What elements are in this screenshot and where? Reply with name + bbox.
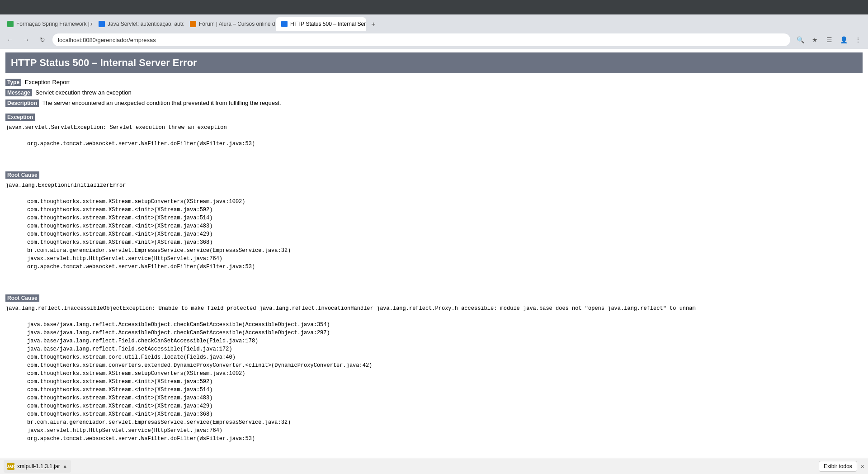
description-label: Description [5, 100, 39, 107]
exception-section: Exception javax.servlet.ServletException… [5, 110, 863, 164]
page-title-bar: HTTP Status 500 – Internal Server Error [5, 52, 863, 73]
back-button[interactable]: ← [4, 33, 16, 46]
address-bar: ← → ↻ 🔍 ★ ☰ 👤 ⋮ [0, 31, 868, 49]
message-section: Message Servlet execution threw an excep… [5, 89, 863, 96]
description-value: The server encountered an unexpected con… [42, 100, 281, 106]
page-title: HTTP Status 500 – Internal Server Error [11, 57, 197, 68]
page-content: HTTP Status 500 – Internal Server Error … [0, 49, 868, 458]
tab-1[interactable]: Formação Spring Framework | A... ✕ [2, 17, 92, 31]
tab-bar: Formação Spring Framework | A... ✕ Java … [0, 14, 868, 31]
type-value: Exception Report [25, 79, 70, 85]
root-cause-1-section: Root Cause java.lang.ExceptionInInitiali… [5, 168, 863, 287]
tab-4[interactable]: HTTP Status 500 – Internal Serve... ✕ [276, 17, 366, 31]
tab-3-label: Fórum | Alura – Cursos online de... [199, 21, 275, 27]
profile-icon[interactable]: 👤 [837, 33, 850, 46]
message-label: Message [5, 89, 32, 96]
search-icon[interactable]: 🔍 [794, 33, 807, 46]
root-cause-1-text: java.lang.ExceptionInInitializerError co… [5, 181, 863, 287]
page-scroll-area: HTTP Status 500 – Internal Server Error … [0, 49, 868, 458]
root-cause-2-section: Root Cause java.lang.reflect.Inaccessibl… [5, 291, 863, 458]
new-tab-button[interactable]: + [367, 18, 380, 31]
root-cause-2-label: Root Cause [5, 294, 39, 302]
root-cause-2-text: java.lang.reflect.InaccessibleObjectExce… [5, 304, 863, 458]
exception-label: Exception [5, 114, 35, 121]
tab-4-favicon [281, 21, 288, 27]
title-bar [0, 0, 868, 14]
tab-4-label: HTTP Status 500 – Internal Serve... [290, 21, 366, 27]
more-icon[interactable]: ⋮ [852, 33, 864, 46]
description-section: Description The server encountered an un… [5, 100, 863, 106]
toolbar-icons: 🔍 ★ ☰ 👤 ⋮ [794, 33, 864, 46]
tab-2[interactable]: Java Servlet: autenticação, autor... ✕ [93, 17, 184, 31]
exception-text: javax.servlet.ServletException: Servlet … [5, 123, 863, 164]
tab-3-favicon [190, 21, 196, 27]
browser-chrome: Formação Spring Framework | A... ✕ Java … [0, 0, 868, 49]
extension-icon[interactable]: ☰ [823, 33, 835, 46]
type-section: Type Exception Report [5, 79, 863, 85]
address-input[interactable] [52, 33, 790, 46]
type-label: Type [5, 79, 21, 86]
tab-2-label: Java Servlet: autenticação, autor... [108, 21, 184, 27]
bookmark-icon[interactable]: ★ [808, 33, 821, 46]
root-cause-1-label: Root Cause [5, 171, 39, 179]
tab-3[interactable]: Fórum | Alura – Cursos online de... ✕ [184, 17, 275, 31]
tab-1-favicon [7, 21, 14, 27]
reload-button[interactable]: ↻ [36, 33, 49, 46]
message-value: Servlet execution threw an exception [35, 89, 131, 96]
tab-2-favicon [99, 21, 105, 27]
tab-1-label: Formação Spring Framework | A... [16, 21, 92, 27]
forward-button[interactable]: → [20, 33, 33, 46]
